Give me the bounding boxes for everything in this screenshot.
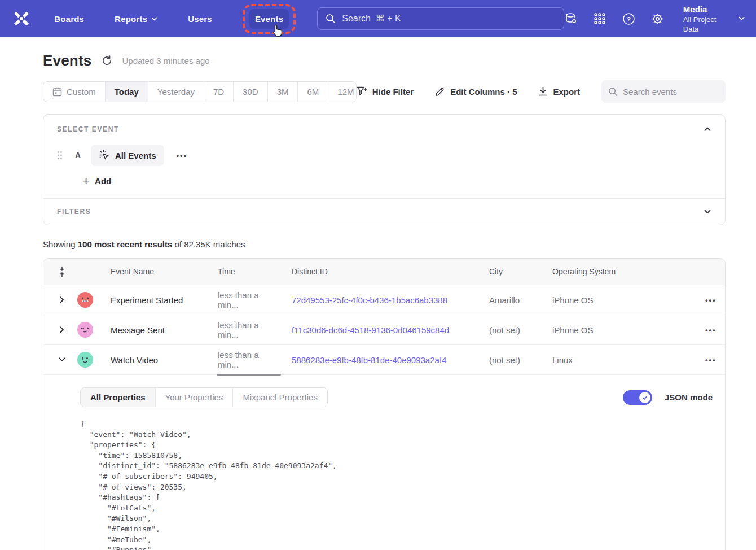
page-content: Events Updated 3 minutes ago — [0, 37, 756, 550]
project-scope: All Project Data — [683, 15, 729, 34]
distinct-id-link[interactable]: 72d49553-25fc-4f0c-b436-1b5ac6ab3388 — [280, 295, 477, 305]
toggle-knob — [639, 392, 650, 403]
date-option-label: Today — [115, 87, 139, 97]
date-option-yesterday[interactable]: Yesterday — [148, 82, 204, 102]
sort-order-button[interactable] — [56, 264, 68, 279]
date-option-30d[interactable]: 30D — [233, 82, 267, 102]
row-menu-button[interactable]: ••• — [702, 324, 720, 337]
cell-city: (not set) — [477, 325, 540, 335]
hide-filter-label: Hide Filter — [372, 87, 414, 97]
date-option-label: 3M — [277, 87, 289, 97]
tab-label: All Properties — [90, 392, 146, 402]
nav-utilities: ? Media All Project Data — [564, 4, 745, 34]
edit-columns-button[interactable]: Edit Columns · 5 — [435, 86, 517, 97]
filters-section[interactable]: FILTERS — [43, 198, 725, 225]
date-option-label: 12M — [337, 87, 354, 97]
date-option-custom[interactable]: Custom — [43, 82, 105, 102]
expand-row-button[interactable] — [55, 323, 69, 337]
cursor-pointer-icon — [271, 24, 284, 38]
event-selector-chip[interactable]: All Events — [91, 145, 164, 166]
query-builder-card: SELECT EVENT — [43, 114, 726, 225]
export-button[interactable]: Export — [538, 86, 580, 97]
tab-label: Your Properties — [165, 392, 223, 402]
top-nav: Boards Reports Users Events — [0, 0, 756, 37]
expand-row-button[interactable] — [55, 293, 69, 307]
event-query-row: A All Events ••• — [57, 145, 711, 166]
table-header-row: Event Name Time Distinct ID City Operati… — [43, 259, 725, 285]
collapse-row-button[interactable] — [55, 353, 69, 366]
apps-grid-icon — [594, 12, 606, 25]
settings-button[interactable] — [651, 11, 665, 26]
column-header-city: City — [477, 267, 540, 276]
date-option-6m[interactable]: 6M — [297, 82, 328, 102]
date-option-label: Custom — [67, 87, 96, 97]
global-search-input[interactable] — [342, 14, 556, 24]
controls-row: Custom Today Yesterday 7D 30D 3M — [43, 80, 726, 103]
results-prefix: Showing — [43, 239, 78, 249]
horizontal-scrollbar-thumb[interactable] — [217, 374, 281, 376]
add-event-button[interactable]: + Add — [83, 176, 111, 186]
date-option-3m[interactable]: 3M — [267, 82, 298, 102]
distinct-id-link[interactable]: f11c30d6-dc6d-4518-9136-0d046159c84d — [280, 325, 477, 335]
events-search-input[interactable] — [623, 87, 719, 97]
nav-item-label: Users — [188, 14, 212, 24]
date-option-today[interactable]: Today — [105, 82, 148, 102]
expand-filters-button[interactable] — [701, 206, 714, 218]
hide-filter-button[interactable]: Hide Filter — [357, 86, 414, 97]
select-event-section: SELECT EVENT — [43, 115, 725, 198]
page-title: Events — [43, 52, 91, 69]
events-table: Event Name Time Distinct ID City Operati… — [43, 258, 726, 550]
table-row[interactable]: Experiment Started less than a min... 72… — [43, 285, 725, 315]
collapse-section-button[interactable] — [701, 123, 714, 136]
mixpanel-events-page: Boards Reports Users Events — [0, 0, 756, 550]
help-button[interactable]: ? — [622, 11, 635, 26]
tab-label: Mixpanel Properties — [243, 392, 318, 402]
date-option-7d[interactable]: 7D — [204, 82, 233, 102]
download-icon — [538, 86, 548, 97]
last-updated-text: Updated 3 minutes ago — [122, 56, 209, 66]
mixpanel-logo-icon — [12, 10, 31, 27]
distinct-id-link[interactable]: 5886283e-e9fb-48fb-81de-40e9093a2af4 — [280, 355, 477, 365]
help-icon: ? — [622, 12, 635, 25]
avatar — [77, 322, 93, 338]
drag-handle[interactable] — [57, 150, 65, 161]
project-selector[interactable]: Media All Project Data — [683, 4, 745, 34]
avatar-face-icon — [80, 296, 90, 303]
json-mode-label: JSON mode — [665, 392, 713, 402]
tab-mixpanel-properties[interactable]: Mixpanel Properties — [232, 388, 327, 407]
nav-item-reports[interactable]: Reports — [109, 9, 163, 29]
gear-icon — [651, 12, 664, 25]
apps-menu-button[interactable] — [593, 11, 606, 26]
nav-item-boards[interactable]: Boards — [49, 9, 90, 29]
cell-os: iPhone OS — [540, 325, 648, 335]
cell-time: less than a min... — [206, 350, 280, 369]
tab-your-properties[interactable]: Your Properties — [155, 388, 233, 407]
search-icon — [608, 87, 618, 97]
date-option-label: 7D — [213, 87, 224, 97]
date-option-12m[interactable]: 12M — [328, 82, 356, 102]
cell-os: Linux — [540, 355, 648, 365]
table-row-expanded[interactable]: Watch Video less than a min... 5886283e-… — [43, 345, 725, 375]
row-menu-button[interactable]: ••• — [702, 353, 720, 366]
page-header: Events Updated 3 minutes ago — [43, 52, 726, 69]
results-count: 100 most recent results — [78, 239, 173, 249]
project-name: Media — [683, 4, 729, 15]
table-row[interactable]: Message Sent less than a min... f11c30d6… — [43, 315, 725, 345]
json-mode-toggle[interactable] — [623, 390, 652, 405]
tab-all-properties[interactable]: All Properties — [81, 388, 155, 407]
cell-event-name: Experiment Started — [99, 295, 206, 305]
results-suffix: of 82.35K matches — [172, 239, 245, 249]
nav-item-users[interactable]: Users — [182, 9, 218, 29]
mixpanel-logo[interactable] — [11, 8, 32, 29]
cell-city: Amarillo — [477, 295, 540, 305]
refresh-button[interactable] — [100, 55, 113, 67]
row-menu-button[interactable]: ••• — [702, 294, 720, 307]
avatar — [77, 292, 93, 308]
cell-time: less than a min... — [206, 320, 280, 339]
properties-tabs: All Properties Your Properties Mixpanel … — [80, 387, 328, 407]
avatar — [77, 352, 93, 368]
pencil-icon — [435, 86, 445, 97]
data-management-button[interactable] — [564, 11, 578, 26]
event-more-button[interactable]: ••• — [173, 149, 191, 162]
nav-item-label: Boards — [54, 14, 84, 24]
